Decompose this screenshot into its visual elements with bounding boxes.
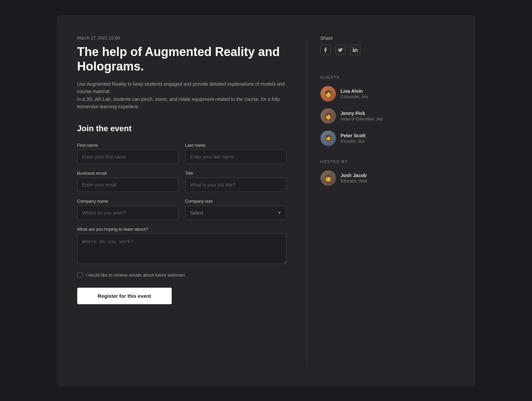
- event-description: Use Augmented Reality to keep students e…: [77, 80, 286, 111]
- event-title: The help of Augmented Reality and Hologr…: [77, 45, 286, 74]
- guest-role: Cofounder, Jea: [341, 94, 368, 99]
- company-size-select[interactable]: Select 1-10 11-50 51-200 201-500 500+: [185, 206, 286, 220]
- share-label: Share: [320, 35, 401, 41]
- svg-point-1: [353, 48, 354, 49]
- company-row: Company name Company size Select 1-10 11…: [77, 199, 286, 220]
- company-size-group: Company size Select 1-10 11-50 51-200 20…: [185, 199, 286, 220]
- title-group: Title: [185, 171, 286, 192]
- first-name-label: First name: [77, 143, 178, 148]
- event-date: March 17, 2021 12:00: [77, 35, 286, 40]
- avatar: 👨: [320, 170, 336, 186]
- guest-role: Founder, Jea: [341, 139, 366, 144]
- event-description-1: Use Augmented Reality to keep students e…: [77, 80, 286, 95]
- list-item: 👨 Josh Jacob Educator, Web: [320, 170, 401, 186]
- twitter-icon[interactable]: [335, 45, 345, 55]
- list-item: 👩 Jenny Pick Head of Education, Jea: [320, 108, 401, 124]
- list-item: 🧑 Lisa Alvin Cofounder, Jea: [320, 86, 401, 102]
- share-section: Share: [320, 35, 401, 55]
- title-input[interactable]: [185, 178, 286, 192]
- learn-label: What are you hoping to learn about?: [77, 227, 286, 232]
- join-heading: Join the event: [77, 124, 286, 133]
- right-column: Share: [307, 35, 401, 366]
- learn-group: What are you hoping to learn about?: [77, 227, 286, 264]
- left-column: March 17, 2021 12:00 The help of Augment…: [77, 35, 307, 366]
- company-size-label: Company size: [185, 199, 286, 204]
- checkbox-label: I would like to receive emails about fut…: [86, 273, 185, 278]
- avatar: 🧑: [320, 86, 336, 102]
- avatar: 🧔: [320, 131, 336, 146]
- email-group: Business email: [77, 171, 178, 192]
- event-description-2: In a 3D, AR Lab, students can pinch, zoo…: [77, 95, 286, 111]
- guest-info: Peter Scott Founder, Jea: [341, 133, 366, 144]
- last-name-label: Last name: [185, 143, 286, 148]
- first-name-group: First name: [77, 143, 178, 164]
- facebook-icon[interactable]: [320, 45, 331, 55]
- email-label: Business email: [77, 171, 178, 176]
- email-input[interactable]: [77, 178, 178, 192]
- guest-name: Jenny Pick: [341, 111, 383, 116]
- company-name-input[interactable]: [77, 206, 178, 220]
- company-name-label: Company name: [77, 199, 178, 204]
- last-name-input[interactable]: [185, 150, 286, 164]
- guest-name: Peter Scott: [341, 133, 366, 138]
- host-role: Educator, Web: [341, 179, 367, 183]
- checkbox-row: I would like to receive emails about fut…: [77, 272, 286, 278]
- svg-rect-0: [353, 49, 354, 52]
- guests-section-label: GUESTS: [320, 75, 401, 79]
- guest-name: Lisa Alvin: [341, 88, 368, 94]
- email-checkbox[interactable]: [77, 272, 83, 278]
- share-icons: [320, 45, 401, 55]
- company-size-select-wrapper: Select 1-10 11-50 51-200 201-500 500+ ▼: [185, 206, 286, 220]
- guest-info: Jenny Pick Head of Education, Jea: [341, 111, 383, 121]
- page-wrapper: March 17, 2021 12:00 The help of Augment…: [57, 15, 475, 386]
- guests-section: GUESTS 🧑 Lisa Alvin Cofounder, Jea 👩 Jen…: [320, 75, 401, 146]
- company-name-group: Company name: [77, 199, 178, 220]
- title-label: Title: [185, 171, 286, 176]
- hosted-section-label: HOSTED BY: [320, 160, 401, 164]
- hosted-section: HOSTED BY 👨 Josh Jacob Educator, Web: [320, 160, 401, 186]
- register-button[interactable]: Register for this event: [77, 288, 172, 304]
- learn-textarea[interactable]: [77, 234, 286, 264]
- list-item: 🧔 Peter Scott Founder, Jea: [320, 131, 401, 146]
- host-name: Josh Jacob: [341, 173, 367, 178]
- last-name-group: Last name: [185, 143, 286, 164]
- email-title-row: Business email Title: [77, 171, 286, 192]
- linkedin-icon[interactable]: [350, 45, 360, 55]
- host-info: Josh Jacob Educator, Web: [341, 173, 367, 183]
- first-name-input[interactable]: [77, 150, 178, 164]
- guest-role: Head of Education, Jea: [341, 117, 383, 121]
- guest-info: Lisa Alvin Cofounder, Jea: [341, 88, 368, 99]
- name-row: First name Last name: [77, 143, 286, 164]
- avatar: 👩: [320, 108, 336, 124]
